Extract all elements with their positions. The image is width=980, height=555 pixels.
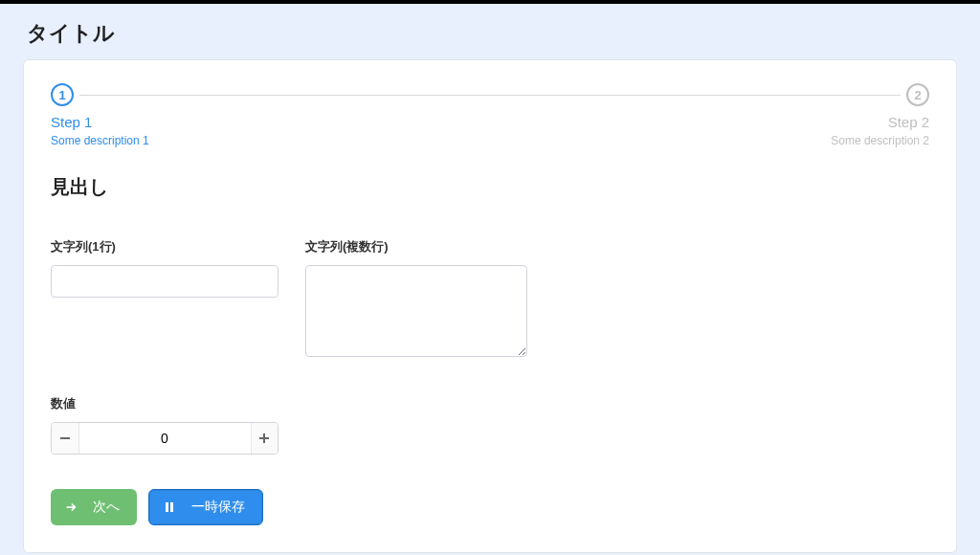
step-connector: [79, 95, 901, 96]
svg-rect-0: [60, 437, 70, 439]
step-1-title: Step 1: [51, 114, 92, 130]
step-2-desc: Some description 2: [831, 134, 929, 147]
save-draft-button[interactable]: 一時保存: [148, 489, 263, 525]
page-title: タイトル: [0, 4, 980, 59]
svg-rect-4: [170, 502, 173, 512]
svg-rect-3: [166, 502, 168, 512]
step-2-badge: 2: [906, 83, 929, 106]
number-increment-button[interactable]: [251, 423, 278, 454]
text-multi-label: 文字列(複数行): [305, 238, 527, 255]
plus-icon: [257, 432, 271, 445]
form-card: 1 Step 1 Some description 1 2 Step 2 Som…: [23, 59, 957, 553]
action-bar: 次へ 一時保存: [51, 489, 929, 525]
field-text-single: 文字列(1行): [51, 238, 278, 361]
svg-rect-2: [259, 437, 269, 439]
text-single-label: 文字列(1行): [51, 238, 278, 255]
number-decrement-button[interactable]: [52, 423, 79, 454]
minus-icon: [58, 432, 72, 445]
step-indicator: 1 Step 1 Some description 1 2 Step 2 Som…: [51, 83, 929, 147]
number-label: 数値: [51, 395, 278, 412]
step-2-title: Step 2: [888, 114, 929, 130]
step-1-badge: 1: [51, 83, 74, 106]
section-heading: 見出し: [51, 174, 929, 200]
number-input[interactable]: [79, 423, 251, 454]
pause-icon: [163, 500, 176, 514]
next-button[interactable]: 次へ: [51, 489, 137, 525]
step-1[interactable]: 1 Step 1 Some description 1: [51, 83, 185, 147]
next-button-label: 次へ: [93, 499, 120, 516]
step-2[interactable]: 2 Step 2 Some description 2: [795, 83, 929, 147]
text-multi-input[interactable]: [305, 265, 527, 357]
save-draft-button-label: 一時保存: [191, 499, 245, 516]
text-single-input[interactable]: [51, 265, 278, 298]
field-text-multi: 文字列(複数行): [305, 238, 527, 361]
number-stepper: [51, 422, 278, 455]
arrow-right-icon: [64, 500, 78, 514]
field-number: 数値: [51, 395, 278, 455]
step-1-desc: Some description 1: [51, 134, 149, 147]
